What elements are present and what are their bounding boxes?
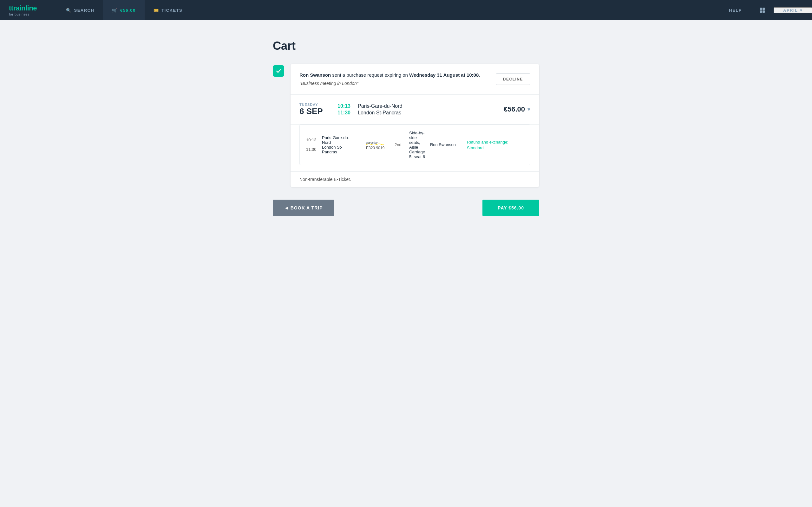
non-transferable-text: Non-transferable E-Ticket. [299, 177, 351, 182]
ticket-arrive-time: 11:30 [306, 147, 319, 152]
ticket-class-value: 2nd [395, 142, 402, 147]
trip-header: TUESDAY 6 SEP 10:13 Paris-Gare-du-Nord 1… [291, 95, 539, 124]
message-post: . [478, 72, 480, 78]
search-icon: 🔍 [66, 8, 72, 13]
eurostar-svg: eurostar [366, 139, 385, 145]
footer-buttons: ◄ BOOK A TRIP PAY €56.00 [273, 200, 539, 216]
ticket-class: 2nd [395, 142, 404, 147]
tickets-icon: 🎫 [154, 8, 159, 13]
search-label: SEARCH [74, 8, 95, 13]
logo-text: ttrainline [9, 4, 48, 12]
ticket-depart-row: 10:13 Paris-Gare-du-Nord [306, 135, 356, 145]
train-logo: eurostar E320 9019 [361, 139, 390, 150]
ticket-depart-station: Paris-Gare-du-Nord [322, 135, 356, 145]
ticket-passenger: Ron Swanson [430, 142, 462, 147]
ticket-passenger-value: Ron Swanson [430, 142, 456, 147]
purchase-message: Ron Swanson sent a purchase request expi… [299, 72, 491, 79]
trip-depart-station: Paris-Gare-du-Nord [358, 103, 402, 109]
cart-nav-item[interactable]: 🛒 €56.00 [103, 0, 144, 20]
cart-icon: 🛒 [112, 8, 118, 13]
user-nav-item[interactable]: APRIL ▾ [774, 7, 812, 13]
cart-card-wrapper: Ron Swanson sent a purchase request expi… [273, 64, 539, 187]
navbar: ttrainline for business 🔍 SEARCH 🛒 €56.0… [0, 0, 812, 20]
purchase-quote: "Business meeting in London" [299, 80, 491, 87]
ticket-seats: Side-by-side seats, Aisle Carriage 5, se… [409, 130, 425, 159]
non-transferable-section: Non-transferable E-Ticket. [291, 171, 539, 187]
ticket-times: 10:13 Paris-Gare-du-Nord 11:30 London St… [306, 135, 356, 154]
help-nav-item[interactable]: HELP [720, 8, 751, 13]
refund-policy-value: Refund and exchange: Standard [467, 140, 508, 150]
nav-right: HELP APRIL ▾ [720, 0, 812, 20]
trip-arrive-station: London St-Pancras [358, 110, 401, 116]
help-label: HELP [729, 8, 742, 13]
search-nav-item[interactable]: 🔍 SEARCH [57, 0, 103, 20]
pay-button[interactable]: PAY €56.00 [483, 200, 539, 216]
logo-subtitle: for business [9, 12, 48, 16]
ticket-row: 10:13 Paris-Gare-du-Nord 11:30 London St… [306, 130, 524, 159]
requester-name: Ron Swanson [299, 72, 331, 78]
trip-times: 10:13 Paris-Gare-du-Nord 11:30 London St… [338, 102, 504, 117]
ticket-detail: 10:13 Paris-Gare-du-Nord 11:30 London St… [299, 124, 530, 165]
main-content: Cart Ron Swanson sent a purchase request… [263, 20, 549, 235]
train-number: E320 9019 [366, 146, 385, 150]
grid-nav-item[interactable] [751, 8, 774, 13]
ticket-arrive-station: London St-Pancras [322, 145, 356, 154]
purchase-text: Ron Swanson sent a purchase request expi… [299, 72, 491, 87]
trip-date-value: 6 SEP [299, 107, 331, 116]
svg-text:eurostar: eurostar [366, 140, 378, 144]
tickets-nav-item[interactable]: 🎫 TICKETS [145, 0, 192, 20]
ticket-arrive-row: 11:30 London St-Pancras [306, 145, 356, 154]
trip-price: €56.00 ▾ [504, 105, 530, 113]
trip-arrive-time: 11:30 [338, 110, 353, 116]
trip-price-value: €56.00 [504, 105, 525, 113]
ticket-seats-value: Side-by-side seats, Aisle Carriage 5, se… [409, 130, 425, 159]
chevron-down-icon: ▾ [800, 8, 803, 13]
chevron-down-icon[interactable]: ▾ [527, 106, 530, 113]
ticket-depart-time: 10:13 [306, 137, 319, 142]
logo-accent: t [9, 4, 11, 12]
cart-price: €56.00 [120, 8, 136, 13]
trip-depart-row: 10:13 Paris-Gare-du-Nord [338, 103, 504, 109]
trip-arrive-row: 11:30 London St-Pancras [338, 110, 504, 116]
message-pre: sent a purchase request expiring on [331, 72, 409, 78]
cart-card: Ron Swanson sent a purchase request expi… [291, 64, 539, 187]
decline-button[interactable]: DECLINE [496, 73, 530, 85]
train-logo-image: eurostar [366, 139, 385, 145]
ticket-refund: Refund and exchange: Standard [467, 139, 524, 151]
logo[interactable]: ttrainline for business [0, 0, 57, 20]
trip-depart-time: 10:13 [338, 103, 353, 109]
expiry-date: Wednesday 31 August at 10:08 [409, 72, 478, 78]
grid-icon [760, 8, 765, 13]
book-trip-button[interactable]: ◄ BOOK A TRIP [273, 200, 334, 216]
tickets-label: TICKETS [161, 8, 183, 13]
user-label: APRIL [783, 8, 798, 13]
checkbox[interactable] [273, 65, 284, 77]
page-title: Cart [273, 39, 539, 53]
purchase-request-section: Ron Swanson sent a purchase request expi… [291, 64, 539, 95]
trip-day: TUESDAY [299, 103, 331, 107]
trip-date: TUESDAY 6 SEP [299, 103, 331, 116]
